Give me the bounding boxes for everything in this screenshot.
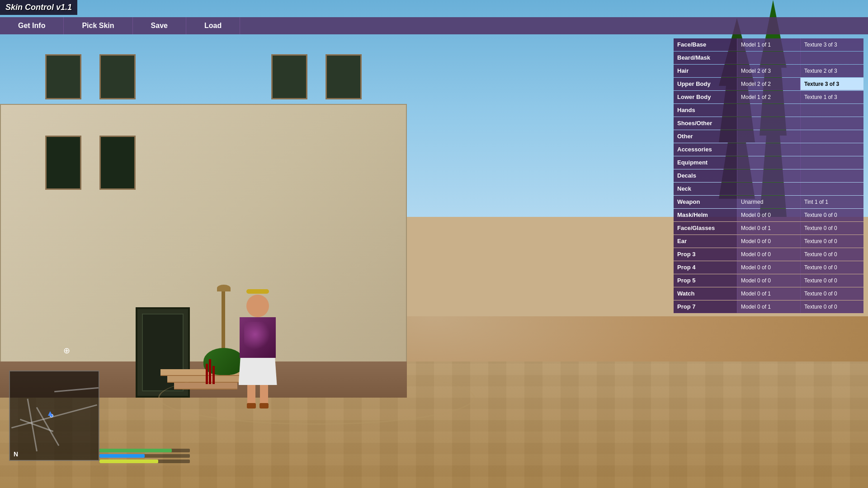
skin-row-8[interactable]: Accessories (674, 143, 863, 156)
title-bar: Skin Control v1.1 (0, 0, 77, 15)
skin-panel: Face/BaseModel 1 of 1Texture 3 of 3Beard… (674, 38, 863, 314)
skin-texture-3[interactable]: Texture 3 of 3 (800, 78, 863, 90)
skin-model-2[interactable]: Model 2 of 3 (737, 65, 800, 77)
skin-row-0[interactable]: Face/BaseModel 1 of 1Texture 3 of 3 (674, 38, 863, 51)
skin-row-5[interactable]: Hands (674, 104, 863, 117)
skin-model-7[interactable] (737, 130, 800, 143)
skin-label-19: Watch (674, 287, 737, 300)
menu-item-load[interactable]: Load (186, 17, 240, 34)
skin-label-2: Hair (674, 65, 737, 77)
skin-label-13: Mask/Helm (674, 209, 737, 221)
minimap: N (9, 371, 99, 461)
skin-label-12: Weapon (674, 196, 737, 208)
skin-texture-5[interactable] (800, 104, 863, 117)
skin-row-15[interactable]: EarModel 0 of 0Texture 0 of 0 (674, 235, 863, 248)
skin-texture-14[interactable]: Texture 0 of 0 (800, 222, 863, 235)
menu-item-save[interactable]: Save (133, 17, 186, 34)
skin-label-14: Face/Glasses (674, 222, 737, 235)
skin-label-6: Shoes/Other (674, 117, 737, 130)
skin-texture-15[interactable]: Texture 0 of 0 (800, 235, 863, 248)
skin-texture-20[interactable]: Texture 0 of 0 (800, 300, 863, 313)
skin-label-17: Prop 4 (674, 261, 737, 274)
menu-item-pick-skin[interactable]: Pick Skin (64, 17, 132, 34)
health-bar (99, 449, 190, 452)
skin-row-1[interactable]: Beard/Mask (674, 52, 863, 64)
skin-texture-2[interactable]: Texture 2 of 3 (800, 65, 863, 77)
skin-row-14[interactable]: Face/GlassesModel 0 of 1Texture 0 of 0 (674, 222, 863, 235)
skin-model-15[interactable]: Model 0 of 0 (737, 235, 800, 248)
skin-row-6[interactable]: Shoes/Other (674, 117, 863, 130)
skin-label-9: Equipment (674, 156, 737, 169)
skin-model-8[interactable] (737, 143, 800, 156)
skin-label-15: Ear (674, 235, 737, 248)
status-bars (99, 449, 190, 463)
skin-row-2[interactable]: HairModel 2 of 3Texture 2 of 3 (674, 65, 863, 77)
skin-label-20: Prop 7 (674, 300, 737, 313)
skin-row-20[interactable]: Prop 7Model 0 of 1Texture 0 of 0 (674, 300, 863, 313)
skin-model-12[interactable]: Unarmed (737, 196, 800, 208)
menu-bar: Get InfoPick SkinSaveLoad (0, 17, 868, 34)
skin-model-9[interactable] (737, 156, 800, 169)
skin-texture-8[interactable] (800, 143, 863, 156)
skin-model-3[interactable]: Model 2 of 2 (737, 78, 800, 90)
skin-texture-10[interactable] (800, 169, 863, 182)
skin-texture-18[interactable]: Texture 0 of 0 (800, 274, 863, 287)
skin-texture-19[interactable]: Texture 0 of 0 (800, 287, 863, 300)
skin-model-13[interactable]: Model 0 of 0 (737, 209, 800, 221)
skin-row-16[interactable]: Prop 3Model 0 of 0Texture 0 of 0 (674, 248, 863, 261)
skin-texture-17[interactable]: Texture 0 of 0 (800, 261, 863, 274)
skin-texture-6[interactable] (800, 117, 863, 130)
armor-bar (99, 454, 190, 458)
skin-texture-13[interactable]: Texture 0 of 0 (800, 209, 863, 221)
skin-model-14[interactable]: Model 0 of 1 (737, 222, 800, 235)
skin-label-16: Prop 3 (674, 248, 737, 261)
stamina-bar (99, 460, 190, 463)
skin-model-1[interactable] (737, 52, 800, 64)
skin-texture-4[interactable]: Texture 1 of 3 (800, 91, 863, 103)
skin-texture-11[interactable] (800, 183, 863, 195)
skin-model-17[interactable]: Model 0 of 0 (737, 261, 800, 274)
skin-row-19[interactable]: WatchModel 0 of 1Texture 0 of 0 (674, 287, 863, 300)
skin-model-16[interactable]: Model 0 of 0 (737, 248, 800, 261)
skin-label-7: Other (674, 130, 737, 143)
skin-model-6[interactable] (737, 117, 800, 130)
skin-label-18: Prop 5 (674, 274, 737, 287)
skin-row-4[interactable]: Lower BodyModel 1 of 2Texture 1 of 3 (674, 91, 863, 103)
skin-row-13[interactable]: Mask/HelmModel 0 of 0Texture 0 of 0 (674, 209, 863, 221)
skin-row-17[interactable]: Prop 4Model 0 of 0Texture 0 of 0 (674, 261, 863, 274)
app-title: Skin Control v1.1 (5, 3, 72, 12)
skin-row-7[interactable]: Other (674, 130, 863, 143)
skin-model-18[interactable]: Model 0 of 0 (737, 274, 800, 287)
skin-texture-12[interactable]: Tint 1 of 1 (800, 196, 863, 208)
skin-model-5[interactable] (737, 104, 800, 117)
skin-row-9[interactable]: Equipment (674, 156, 863, 169)
skin-texture-9[interactable] (800, 156, 863, 169)
skin-model-0[interactable]: Model 1 of 1 (737, 38, 800, 51)
compass-label: N (14, 450, 18, 458)
skin-label-3: Upper Body (674, 78, 737, 90)
skin-row-18[interactable]: Prop 5Model 0 of 0Texture 0 of 0 (674, 274, 863, 287)
armor-fill (99, 454, 145, 458)
skin-label-4: Lower Body (674, 91, 737, 103)
health-fill (99, 449, 172, 452)
skin-texture-0[interactable]: Texture 3 of 3 (800, 38, 863, 51)
skin-texture-1[interactable] (800, 52, 863, 64)
menu-item-get-info[interactable]: Get Info (0, 17, 64, 34)
skin-model-10[interactable] (737, 169, 800, 182)
skin-row-12[interactable]: WeaponUnarmedTint 1 of 1 (674, 196, 863, 208)
skin-row-11[interactable]: Neck (674, 183, 863, 195)
skin-texture-7[interactable] (800, 130, 863, 143)
skin-label-10: Decals (674, 169, 737, 182)
skin-model-19[interactable]: Model 0 of 1 (737, 287, 800, 300)
skin-model-20[interactable]: Model 0 of 1 (737, 300, 800, 313)
skin-row-3[interactable]: Upper BodyModel 2 of 2Texture 3 of 3 (674, 78, 863, 90)
skin-label-5: Hands (674, 104, 737, 117)
skin-texture-16[interactable]: Texture 0 of 0 (800, 248, 863, 261)
skin-model-4[interactable]: Model 1 of 2 (737, 91, 800, 103)
skin-label-8: Accessories (674, 143, 737, 156)
skin-row-10[interactable]: Decals (674, 169, 863, 182)
stamina-fill (99, 460, 158, 463)
skin-model-11[interactable] (737, 183, 800, 195)
skin-label-0: Face/Base (674, 38, 737, 51)
skin-label-1: Beard/Mask (674, 52, 737, 64)
